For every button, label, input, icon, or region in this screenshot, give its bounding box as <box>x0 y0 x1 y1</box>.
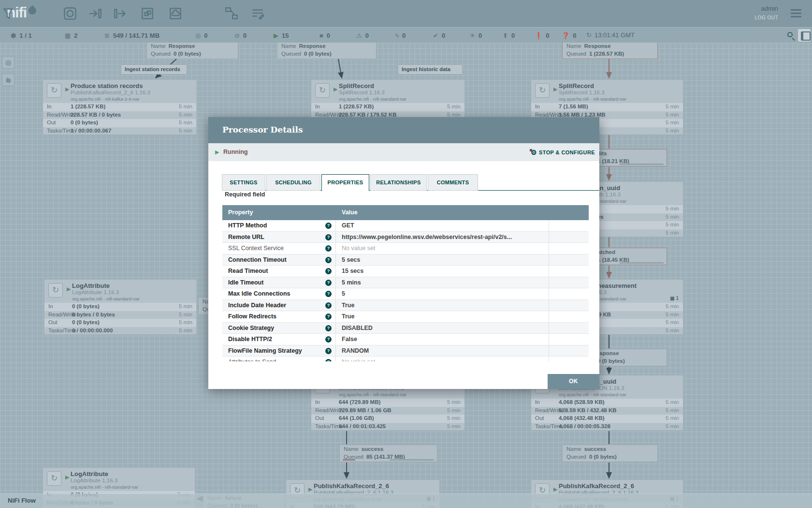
refresh-icon[interactable]: ↻ <box>586 31 592 39</box>
processor-stat-row: In4,068 (528.59 KB)5 min <box>531 399 683 407</box>
property-column-header: Property <box>222 205 336 220</box>
up-to-date-versioned-icon: ✔ <box>433 32 438 39</box>
property-value[interactable]: RANDOM <box>336 345 549 357</box>
property-value[interactable]: No value set <box>336 243 549 254</box>
processor-stat-row: In7 (1.56 MB)5 min <box>531 103 683 111</box>
navigate-palette-toggle[interactable]: ◎ <box>2 56 14 69</box>
search-icon[interactable] <box>787 32 793 37</box>
tab-properties[interactable]: PROPERTIES <box>321 174 369 191</box>
flow-label[interactable]: Ingest historic data <box>398 64 463 75</box>
stat-stale-versioned: ⬆0 <box>503 28 515 43</box>
tab-relationships[interactable]: RELATIONSHIPS <box>370 174 427 191</box>
breadcrumb[interactable]: NiFi Flow <box>8 497 36 504</box>
processor-name: LogAttribute <box>72 282 110 289</box>
stop-and-configure-button[interactable]: ⚙STOP & CONFIGURE <box>531 149 595 156</box>
operate-palette-toggle[interactable] <box>2 74 14 86</box>
property-value[interactable]: 15 secs <box>336 266 549 277</box>
processor-stat-row: Out644 (1.06 GB)5 min <box>311 415 464 423</box>
processor-name: SplitRecord <box>559 82 594 90</box>
processor-name: SplitRecord <box>339 82 374 90</box>
template-icon[interactable] <box>223 5 240 22</box>
property-row: Read Timeout?15 secs <box>222 266 589 277</box>
property-row: Connection Timeout?5 secs <box>222 254 589 266</box>
property-value[interactable]: No value set <box>336 357 549 361</box>
stat-disabled-components: ϟ0 <box>395 28 406 43</box>
dialog-title: Processor Details <box>222 125 303 134</box>
connection-label[interactable]: NamesuccessQueued85 (141.37 MB) <box>339 445 437 462</box>
help-icon[interactable]: ? <box>325 245 332 252</box>
processor-stat-row: In0 (0 bytes)5 min <box>44 303 196 311</box>
processor-stat-row: Out0 (0 bytes)5 min <box>44 319 196 327</box>
output-port-icon[interactable] <box>112 5 129 22</box>
property-name: Attributes to Send? <box>222 357 336 361</box>
help-icon[interactable]: ? <box>325 302 332 309</box>
locally-modified-versioned-icon: ✳ <box>470 32 475 39</box>
help-icon[interactable]: ? <box>325 280 332 286</box>
connection-label[interactable]: NameResponseQueued0 (0 bytes) <box>277 42 377 59</box>
connection-label[interactable]: NamesuccessQueued0 (0 bytes) <box>562 445 658 462</box>
transmitting-remote-groups-icon: ◎ <box>195 32 201 39</box>
property-name: SSL Context Service? <box>222 243 336 254</box>
tab-comments[interactable]: COMMENTS <box>428 174 478 191</box>
tab-scheduling[interactable]: SCHEDULING <box>266 174 320 191</box>
connection-label[interactable]: NameResponseQueued1 (228.57 KB) <box>562 42 658 59</box>
property-value[interactable]: 5 mins <box>336 277 549 288</box>
property-name: Cookie Strategy? <box>222 323 336 334</box>
help-icon[interactable]: ? <box>325 291 332 297</box>
help-icon[interactable]: ? <box>325 234 332 240</box>
remote-process-group-icon[interactable] <box>167 5 184 22</box>
help-icon[interactable]: ? <box>325 268 332 274</box>
help-icon[interactable]: ? <box>325 257 332 263</box>
processor-details-dialog: Processor Details ▶ Running ⚙STOP & CONF… <box>208 117 599 389</box>
processor-stat-row: In1 (228.57 KB)5 min <box>43 103 196 111</box>
processor-node[interactable]: ↻▶LogAttributeLogAttribute 1.16.3org.apa… <box>44 279 197 335</box>
property-name: FlowFile Naming Strategy? <box>222 345 336 357</box>
property-value[interactable]: 5 <box>336 288 549 299</box>
flow-label[interactable]: Ingest station records <box>121 64 187 75</box>
processor-bundle: org.apache.nifi - nifi-kafka-2-6-nar <box>71 96 140 102</box>
processor-stat-row: Out0 (0 bytes)5 min <box>43 119 196 127</box>
processor-type-icon: ↻ <box>535 83 550 98</box>
processor-type: SplitRecord 1.16.3 <box>559 90 605 95</box>
processor-node[interactable]: ↻▶Produce station recordsPublishKafkaRec… <box>43 79 197 135</box>
connection-label[interactable]: NameResponseQueued0 (0 bytes) <box>146 42 238 59</box>
tab-settings[interactable]: SETTINGS <box>222 174 265 191</box>
property-value[interactable]: True <box>336 311 549 322</box>
processor-type: PublishKafkaRecord_2_6 1.16.3 <box>71 90 150 95</box>
processor-type: LogAttribute 1.16.3 <box>71 478 117 483</box>
funnel-icon[interactable] <box>0 5 16 22</box>
top-toolbar: nifi admin LOG OUT <box>0 0 812 27</box>
process-group-icon[interactable] <box>139 5 156 22</box>
help-icon[interactable]: ? <box>325 336 332 343</box>
sidebar-toggle-icon[interactable] <box>798 29 811 42</box>
current-user: admin <box>761 5 778 12</box>
help-icon[interactable]: ? <box>325 314 332 320</box>
property-value[interactable]: 5 secs <box>336 254 549 266</box>
property-value[interactable]: False <box>336 334 549 345</box>
property-value[interactable]: GET <box>336 220 549 231</box>
running-components-icon: ▶ <box>274 32 278 39</box>
label-icon[interactable] <box>249 5 266 22</box>
property-value[interactable]: https://www.pegelonline.wsv.de/webservic… <box>336 232 549 243</box>
help-icon[interactable]: ? <box>325 223 332 229</box>
input-port-icon[interactable] <box>87 5 103 22</box>
global-menu-icon[interactable] <box>791 9 801 19</box>
property-name: Idle Timeout? <box>222 277 336 288</box>
invalid-components-icon: ⚠ <box>356 32 362 39</box>
help-icon[interactable]: ? <box>325 348 332 354</box>
running-icon: ▶ <box>334 86 337 92</box>
processor-bundle: org.apache.nifi - nifi-standard-nar <box>559 96 626 102</box>
primary-node-badge: ▦ 1 <box>670 296 679 301</box>
ok-button[interactable]: OK <box>548 374 599 389</box>
help-icon[interactable]: ? <box>325 325 332 331</box>
property-value[interactable]: True <box>336 300 549 311</box>
property-value[interactable]: DISABLED <box>336 323 549 334</box>
property-name: Max Idle Connections? <box>222 288 336 299</box>
last-refresh-clock[interactable]: ↻13:01:41 GMT <box>586 28 635 43</box>
property-row: Attributes to Send?No value set <box>222 357 589 361</box>
logout-link[interactable]: LOG OUT <box>754 15 778 20</box>
queued-icon: ≣ <box>104 32 110 39</box>
processor-icon[interactable] <box>62 5 78 22</box>
processor-stat-row: Read/Write729.89 MB / 1.06 GB5 min <box>311 407 464 415</box>
help-icon[interactable]: ? <box>325 359 332 361</box>
